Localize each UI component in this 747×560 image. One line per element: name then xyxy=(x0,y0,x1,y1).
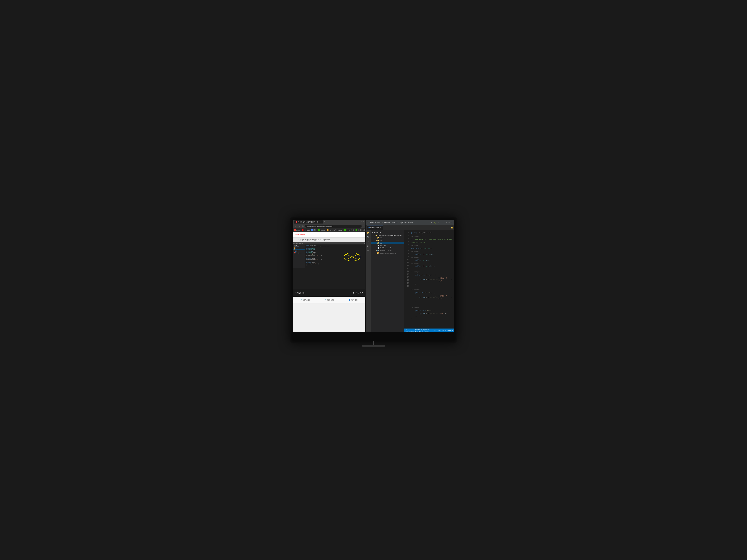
fastcampus-header: FastCampus xyxy=(293,232,365,238)
notification-icon[interactable]: 🔔 xyxy=(451,227,453,229)
course-nav-instructor[interactable]: 👤 강사소개 xyxy=(349,299,358,301)
code-line-14: } xyxy=(411,300,453,303)
papago-icon xyxy=(318,229,319,231)
debug-button[interactable]: 🐛 xyxy=(434,221,436,223)
bookmark-youtube[interactable]: YouTube xyxy=(302,229,310,231)
code-mini-5: public int age; xyxy=(306,250,364,252)
project-name: FastCampus C:\fcjava\FastCampus xyxy=(378,235,402,236)
code-line-11 xyxy=(411,285,453,288)
project-tree-expand: ▾ xyxy=(374,234,375,236)
code-content[interactable]: package fc.java.part3; no usages // 객체(o… xyxy=(410,230,454,328)
course-nav-notice[interactable]: 📋 공지사항 xyxy=(300,299,310,301)
course-nav-intro[interactable]: 📋 강의소개 xyxy=(325,299,334,301)
ide-maximize[interactable]: □ xyxy=(448,221,449,223)
tab-close-icon[interactable]: ✕ xyxy=(320,221,321,223)
idea-label: .idea xyxy=(380,237,383,239)
extensions-icon[interactable]: ⋮ xyxy=(362,225,364,227)
ext-lib-icon: ▸ 📚 xyxy=(376,249,380,251)
iml-icon: 📄 xyxy=(378,247,379,249)
course-nav-bar: 📋 공지사항 📋 강의소개 👤 강사소개 xyxy=(293,297,365,303)
code-hint-16: no usages xyxy=(411,306,453,309)
close-button[interactable]: ✕ xyxy=(363,221,364,223)
bookmark-translate[interactable]: 번역 xyxy=(311,229,316,231)
src-folder-item[interactable]: ▾ 📁 src xyxy=(371,242,404,244)
run-config-label: ApiOverloading xyxy=(400,221,413,223)
code-line-18: } xyxy=(411,315,453,318)
out-folder-item[interactable]: ▸ 📁 out xyxy=(371,239,404,242)
code-mini-12: public void eat(){ xyxy=(306,258,364,259)
scratches-item[interactable]: ▸ 📂 Scratches and Consoles xyxy=(371,252,404,254)
back-arrow-icon[interactable]: ← xyxy=(295,239,297,241)
intellij-logo: fc xyxy=(367,221,369,223)
notice-icon: 📋 xyxy=(300,299,302,301)
minimize-button[interactable]: ─ xyxy=(359,221,360,223)
ext-libraries-item[interactable]: ▸ 📚 External Libraries xyxy=(371,249,404,252)
ide-mini-sidebar: Project ▼ 📁 FastCampus 📁 .idea 📁 out 📁 s… xyxy=(293,244,305,268)
code-mini-10: } xyxy=(306,256,364,258)
bookmark-gmail[interactable]: Gmail xyxy=(294,229,300,231)
ide-preview-inner: FastCampus - Person.java ▶ Project ▼ 📁 F… xyxy=(293,242,365,268)
person-java-tab[interactable]: Person.java ✕ xyxy=(367,225,383,230)
stand-neck xyxy=(373,341,374,345)
project-sidebar: ▾ Project ∨ ▾ 📁 FastCampus C:\fcjava\Fas… xyxy=(371,230,404,332)
more-button[interactable]: ⋮ xyxy=(438,221,440,223)
code-mini-3: public class Person { xyxy=(306,248,364,249)
browser-titlebar: 패스트캠퍼스 온라인 강의 - 조... ✕ + ─ □ ✕ xyxy=(293,220,365,224)
fastcampus-logo: FastCampus xyxy=(295,234,305,236)
bookmark-papago[interactable]: Papago xyxy=(318,229,325,231)
code-hint-8: no usages xyxy=(411,271,453,273)
monitor: 패스트캠퍼스 온라인 강의 - 조... ✕ + ─ □ ✕ ← → xyxy=(290,217,457,343)
person-java-tab-close[interactable]: ✕ xyxy=(380,227,381,229)
run-debug-icon[interactable]: ▶ xyxy=(366,244,370,247)
translate-icon xyxy=(311,229,313,231)
code-mini-6: public String phone; xyxy=(306,252,364,254)
ide-minimize[interactable]: ─ xyxy=(446,221,447,223)
browser-tab-active[interactable]: 패스트캠퍼스 온라인 강의 - 조... ✕ xyxy=(294,220,323,223)
extensions-side-icon[interactable]: ⚙ xyxy=(366,249,370,252)
address-bar[interactable]: fastcampus.co.kr/courses/214390/clips/ xyxy=(305,224,362,228)
refresh-button[interactable]: ↻ xyxy=(302,225,304,227)
code-hint-12: no usages xyxy=(411,288,453,291)
scratches[interactable]: Scratches and Consoles xyxy=(293,254,305,254)
ide-preview-run[interactable]: ▶ xyxy=(364,243,365,244)
fastcampus-project-item[interactable]: ▾ 📁 FastCampus C:\fcjava\FastCampus xyxy=(371,234,404,237)
ide-titlebar: fc FastCampus › Version control › ApiOve… xyxy=(365,220,454,225)
forward-button[interactable]: → xyxy=(298,225,301,227)
project-folder-icon: 📁 xyxy=(375,234,378,236)
youtube-label: YouTube xyxy=(304,229,310,231)
code-mini-9: System.out.println("운동을 한다."); xyxy=(306,255,364,256)
java-tutorials-icon xyxy=(327,229,329,231)
gitignore-label: .gitignore xyxy=(380,245,386,246)
search-icon[interactable]: 🔍 xyxy=(366,235,370,239)
run-button[interactable]: ▶ xyxy=(431,221,433,223)
back-button[interactable]: ← xyxy=(294,225,297,227)
bookmark-java-tutorials[interactable]: The Java™ Tutorials xyxy=(327,229,342,231)
prev-nav-button[interactable]: ◀ 이전 강의 xyxy=(295,292,305,294)
code-line-2: // 객체(object) : 상태 정보(멤버 변수) + 행위 정보(멤버 … xyxy=(411,238,453,244)
next-nav-button[interactable]: ▶ 다음 강의 xyxy=(353,292,363,294)
ide-close[interactable]: ✕ xyxy=(451,221,453,223)
code-hint-6: no usages xyxy=(411,262,453,265)
browser-toolbar: ← → ↻ fastcampus.co.kr/courses/214390/cl… xyxy=(293,224,365,228)
naver-map-icon xyxy=(344,229,346,231)
code-mini-4: public String name; xyxy=(306,249,364,250)
out-label: out xyxy=(380,240,382,241)
course-banner: ← 시그니처 백엔드 Path 초격차 패키지 Online. xyxy=(293,238,365,242)
bookmark-naver-dict[interactable]: 네이버 사전 xyxy=(356,229,365,231)
line-numbers: 12345 678910 1112131415 16171819 xyxy=(404,230,410,328)
intro-icon: 📋 xyxy=(325,299,327,301)
maximize-button[interactable]: □ xyxy=(361,221,362,223)
code-line-13: System.out.println("음식을 먹다."); xyxy=(411,294,453,300)
new-tab-button[interactable]: + xyxy=(323,220,326,223)
git-icon[interactable]: ⎇ xyxy=(366,240,370,243)
course-title: 시그니처 백엔드 Path 초격차 패키지 Online. xyxy=(298,239,331,241)
code-line-19: } xyxy=(411,318,453,321)
gitignore-item[interactable]: 📄 .gitignore xyxy=(371,244,404,247)
url-text: fastcampus.co.kr/courses/214390/clips/ xyxy=(307,225,333,227)
code-line-4: public String name; xyxy=(411,253,453,256)
status-bar: ⎇ FastCampus FastCampus › src › fc › jav… xyxy=(404,328,454,332)
idea-folder-item[interactable]: ▸ 📁 .idea xyxy=(371,237,404,239)
project-tree-icon[interactable]: 📁 xyxy=(366,231,370,234)
bookmark-naver-map[interactable]: 네이버 지도 xyxy=(344,229,354,231)
iml-item[interactable]: 📄 FastCampus.iml xyxy=(371,247,404,249)
